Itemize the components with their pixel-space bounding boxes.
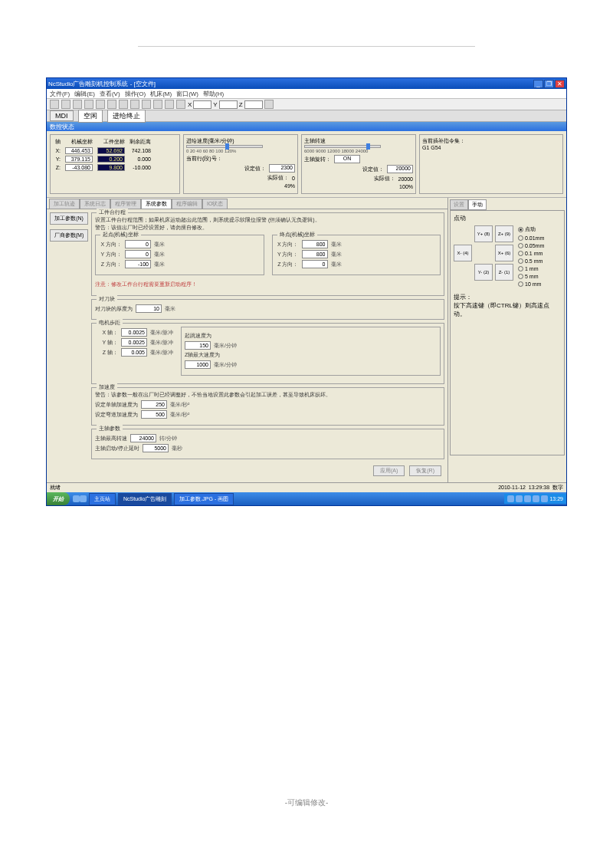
coord-z-label: Z <box>239 101 243 108</box>
jog-x-minus[interactable]: X- (4) <box>454 245 472 261</box>
jog-radio-continuous[interactable]: 点动 <box>518 225 544 233</box>
toolbar-icon[interactable] <box>107 100 116 109</box>
menu-edit[interactable]: 编辑(E) <box>74 90 95 98</box>
toolbar-icon[interactable] <box>176 100 185 109</box>
feed-set-input[interactable]: 2300 <box>269 164 295 173</box>
close-button[interactable]: ✕ <box>555 80 565 88</box>
tray-icon[interactable] <box>524 495 531 502</box>
toolbar-icon[interactable] <box>50 100 59 109</box>
accel-fieldset: 加速度 警告：该参数一般在出厂时已经调整好，不恰当地设置此参数会引起加工误差，甚… <box>91 387 444 426</box>
end-y-input[interactable] <box>302 250 328 258</box>
tray-icon[interactable] <box>516 495 523 502</box>
toolbar-icon[interactable] <box>73 100 82 109</box>
app-window: NcStudio广告雕刻机控制系统 - [空文件] _ ❐ ✕ 文件(F) 编辑… <box>46 77 567 506</box>
menubar: 文件(F) 编辑(E) 查看(V) 操作(O) 机床(M) 窗口(W) 帮助(H… <box>47 89 566 99</box>
toolbar-icon[interactable] <box>153 100 162 109</box>
coord-x-label: X <box>188 101 192 108</box>
feed-slider[interactable] <box>186 145 263 148</box>
motor-fieldset: 电机步距 X 轴：毫米/脉冲 Y 轴：毫米/脉冲 Z 轴：毫米/脉冲 起跳速度为… <box>91 323 444 384</box>
reset-button[interactable]: 恢复(R) <box>409 465 441 476</box>
tab-program[interactable]: 程序管理 <box>110 199 141 209</box>
accel1-input[interactable] <box>141 400 167 409</box>
accel2-input[interactable] <box>141 410 167 419</box>
end-x-input[interactable] <box>302 240 328 248</box>
task-item[interactable]: 加工参数.JPG - 画图 <box>174 493 234 505</box>
taskbar: 开始 主页站 NcStudio广告雕刻 加工参数.JPG - 画图 13:29 <box>47 492 566 505</box>
toolbar-icon[interactable] <box>96 100 105 109</box>
menu-help[interactable]: 帮助(H) <box>203 90 224 98</box>
start-speed-input[interactable] <box>185 341 211 350</box>
motor-z-input[interactable] <box>121 348 147 357</box>
tab-trajectory[interactable]: 加工轨迹 <box>49 199 80 209</box>
menu-window[interactable]: 窗口(W) <box>176 90 198 98</box>
tray-icon[interactable] <box>533 495 539 502</box>
jog-z-minus[interactable]: Z- (1) <box>495 264 513 281</box>
status-panel: 轴 机械坐标 工件坐标 剩余距离 X: 446.453 52.692 742.1… <box>47 131 566 198</box>
mdi-button[interactable]: MDI <box>50 110 74 121</box>
jog-y-minus[interactable]: Y- (2) <box>474 264 493 281</box>
tab-edit[interactable]: 程序编辑 <box>172 199 202 209</box>
jog-radio-5[interactable]: 5 mm <box>518 274 544 279</box>
quicklaunch-icon[interactable] <box>73 495 80 502</box>
toolbar-icon[interactable] <box>142 100 151 109</box>
jog-radio-01[interactable]: 0.1 mm <box>518 251 544 256</box>
jog-radio-001[interactable]: 0.01mm <box>518 235 544 241</box>
menu-view[interactable]: 查看(V) <box>100 90 120 98</box>
tray-icon[interactable] <box>507 495 514 502</box>
tab-io[interactable]: IO状态 <box>202 199 228 209</box>
main-tabs: 加工轨迹 系统日志 程序管理 系统参数 程序编辑 IO状态 <box>47 198 447 209</box>
spindle-delay-input[interactable] <box>143 444 169 452</box>
start-z-input[interactable] <box>125 260 151 268</box>
right-tab-manual[interactable]: 手动 <box>468 199 487 210</box>
coord-y-input[interactable] <box>219 100 238 109</box>
axis-table: 轴 机械坐标 工件坐标 剩余距离 X: 446.453 52.692 742.1… <box>53 137 153 172</box>
jog-radio-005[interactable]: 0.05mm <box>518 243 544 248</box>
window-title: NcStudio广告雕刻机控制系统 - [空文件] <box>48 80 156 88</box>
zmax-speed-input[interactable] <box>185 360 211 369</box>
maximize-button[interactable]: ❐ <box>544 80 554 88</box>
spindle-max-input[interactable] <box>130 434 156 442</box>
task-item[interactable]: 主页站 <box>89 493 116 505</box>
start-x-input[interactable] <box>125 240 151 248</box>
toolbar-icon[interactable] <box>165 100 174 109</box>
process-param-button[interactable]: 加工参数(N) <box>50 212 88 225</box>
feed-stop-status: 进给终止 <box>107 110 146 123</box>
coord-x-input[interactable] <box>193 100 211 109</box>
quicklaunch-icon[interactable] <box>80 495 87 502</box>
apply-button[interactable]: 应用(A) <box>373 465 405 476</box>
start-y-input[interactable] <box>125 250 151 258</box>
toolbar-icon[interactable] <box>119 100 128 109</box>
travel-fieldset: 工件台行程 设置工件台行程范围；如果机床运动超出此范围，则系统提示软限位报警 (… <box>91 212 444 296</box>
coord-z-input[interactable] <box>244 100 263 109</box>
spindle-set-input[interactable]: 20000 <box>387 165 413 173</box>
tool-thick-input[interactable] <box>136 304 162 313</box>
minimize-button[interactable]: _ <box>533 80 543 88</box>
spindle-slider[interactable] <box>304 145 381 148</box>
jog-radio-05[interactable]: 0.5 mm <box>518 258 544 264</box>
start-button[interactable]: 开始 <box>47 492 70 505</box>
motor-y-input[interactable] <box>121 338 147 347</box>
jog-radio-1[interactable]: 1 mm <box>518 266 544 271</box>
titlebar: NcStudio广告雕刻机控制系统 - [空文件] _ ❐ ✕ <box>47 78 566 89</box>
toolbar-icon[interactable] <box>61 100 70 109</box>
page-footnote: -可编辑修改- <box>0 797 613 808</box>
tray-icon[interactable] <box>541 495 548 502</box>
toolbar-icon[interactable] <box>84 100 93 109</box>
right-tab-settings[interactable]: 设置 <box>450 199 468 210</box>
menu-file[interactable]: 文件(F) <box>50 90 70 98</box>
menu-operate[interactable]: 操作(O) <box>125 90 146 98</box>
toolbar-icon[interactable] <box>130 100 139 109</box>
jog-x-plus[interactable]: X+ (6) <box>495 245 513 261</box>
jog-z-plus[interactable]: Z+ (9) <box>495 225 513 242</box>
task-item[interactable]: NcStudio广告雕刻 <box>118 493 172 505</box>
vendor-param-button[interactable]: 厂商参数(M) <box>50 229 88 242</box>
jog-radio-10[interactable]: 10 mm <box>518 281 544 287</box>
spindle-on[interactable]: ON <box>334 155 360 163</box>
tab-sysparam[interactable]: 系统参数 <box>141 199 172 209</box>
menu-machine[interactable]: 机床(M) <box>150 90 172 98</box>
end-z-input[interactable] <box>302 260 328 268</box>
jog-y-plus[interactable]: Y+ (8) <box>474 225 493 242</box>
tab-log[interactable]: 系统日志 <box>80 199 110 209</box>
go-button[interactable] <box>264 100 274 109</box>
motor-x-input[interactable] <box>121 328 147 337</box>
